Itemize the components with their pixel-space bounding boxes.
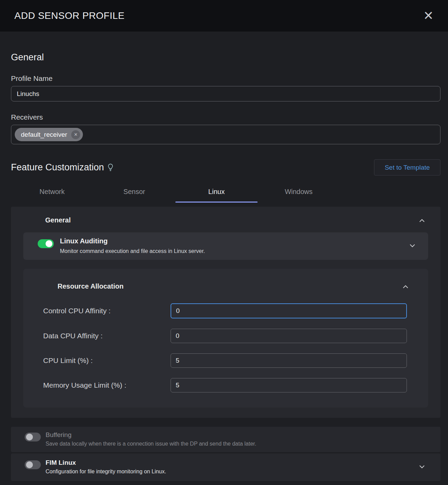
linux-auditing-title: Linux Auditing <box>60 237 409 245</box>
tab-sensor[interactable]: Sensor <box>93 182 175 203</box>
tab-windows[interactable]: Windows <box>258 182 340 203</box>
resource-allocation-panel: Resource Allocation Control CPU Affinity… <box>23 269 428 408</box>
receiver-chip: default_receiver ✕ <box>15 128 83 141</box>
linux-general-group-heading: General <box>45 216 71 224</box>
linux-auditing-card: Linux Auditing Monitor command execution… <box>23 232 428 260</box>
buffering-card: Buffering Save data locally when there i… <box>11 427 440 452</box>
feature-customization-heading: Feature Customization <box>11 162 104 173</box>
memory-usage-limit-label: Memory Usage Limit (%) : <box>43 381 171 389</box>
set-to-template-button[interactable]: Set to Template <box>374 159 440 175</box>
tab-network[interactable]: Network <box>11 182 93 203</box>
memory-usage-limit-row: Memory Usage Limit (%) : <box>23 378 428 392</box>
control-cpu-affinity-input[interactable] <box>171 303 407 318</box>
toggle-knob <box>46 240 52 247</box>
data-cpu-affinity-label: Data CPU Affinity : <box>43 332 171 340</box>
receivers-input[interactable]: default_receiver ✕ <box>11 125 440 144</box>
fim-linux-description: Configuration for file integrity monitor… <box>46 469 419 475</box>
profile-name-label: Profile Name <box>11 74 440 83</box>
cpu-limit-row: CPU Limit (%) : <box>23 353 428 368</box>
control-cpu-affinity-label: Control CPU Affinity : <box>43 307 171 315</box>
modal-body: General Profile Name Receivers default_r… <box>0 52 448 481</box>
receiver-chip-label: default_receiver <box>21 131 67 138</box>
data-cpu-affinity-input[interactable] <box>171 329 407 343</box>
receivers-label: Receivers <box>11 113 440 121</box>
toggle-knob <box>26 434 33 440</box>
control-cpu-affinity-row: Control CPU Affinity : <box>23 303 428 318</box>
chip-remove-icon[interactable]: ✕ <box>71 130 80 139</box>
buffering-description: Save data locally when there is a connec… <box>46 441 425 447</box>
resource-allocation-heading: Resource Allocation <box>58 282 124 290</box>
fim-linux-card: FIM Linux Configuration for file integri… <box>11 453 440 481</box>
fim-linux-toggle[interactable] <box>25 460 41 469</box>
lightbulb-icon <box>108 163 113 173</box>
buffering-toggle[interactable] <box>25 433 41 441</box>
fim-linux-title: FIM Linux <box>46 459 419 466</box>
data-cpu-affinity-row: Data CPU Affinity : <box>23 329 428 343</box>
toggle-knob <box>26 461 33 468</box>
profile-name-input[interactable] <box>11 86 440 101</box>
memory-usage-limit-input[interactable] <box>171 378 407 392</box>
linux-auditing-toggle[interactable] <box>38 239 54 248</box>
cpu-limit-input[interactable] <box>171 353 407 368</box>
cpu-limit-label: CPU Limit (%) : <box>43 356 171 365</box>
modal-header: ADD SENSOR PROFILE ✕ <box>0 0 448 32</box>
modal-title: ADD SENSOR PROFILE <box>14 10 125 21</box>
tab-linux[interactable]: Linux <box>175 182 258 203</box>
buffering-title: Buffering <box>46 431 425 439</box>
chevron-down-icon[interactable] <box>419 464 425 469</box>
linux-tab-panel: General Linux Auditing Monitor command e… <box>11 207 440 418</box>
chevron-down-icon[interactable] <box>409 243 416 248</box>
feature-tabs: Network Sensor Linux Windows <box>11 182 440 203</box>
linux-auditing-description: Monitor command execution and file acces… <box>60 248 409 254</box>
chevron-up-icon[interactable] <box>402 284 409 289</box>
close-icon[interactable]: ✕ <box>423 10 434 22</box>
chevron-up-icon[interactable] <box>419 218 425 223</box>
general-section-heading: General <box>11 52 440 63</box>
